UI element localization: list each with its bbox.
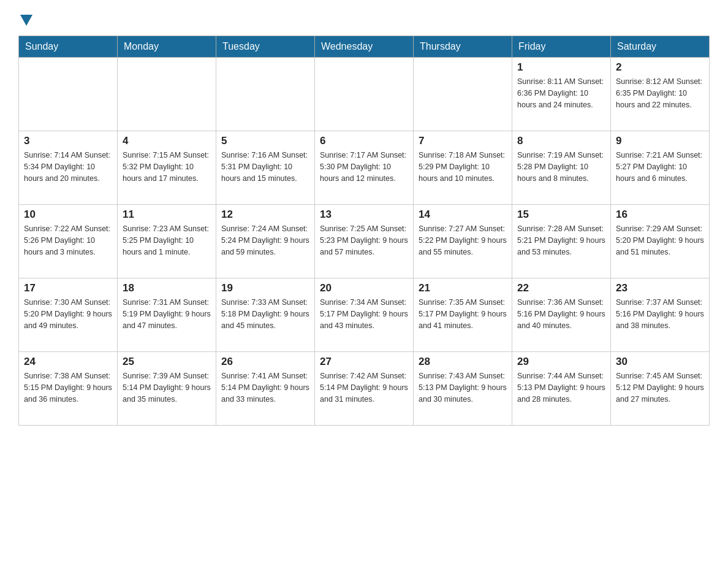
calendar-cell: 1Sunrise: 8:11 AM Sunset: 6:36 PM Daylig…: [512, 58, 611, 131]
day-number: 6: [320, 135, 408, 147]
day-number: 23: [616, 282, 704, 294]
day-info: Sunrise: 7:44 AM Sunset: 5:13 PM Dayligh…: [517, 370, 605, 405]
calendar-cell: 18Sunrise: 7:31 AM Sunset: 5:19 PM Dayli…: [118, 278, 216, 352]
calendar-cell: 7Sunrise: 7:18 AM Sunset: 5:29 PM Daylig…: [414, 131, 512, 205]
day-info: Sunrise: 7:15 AM Sunset: 5:32 PM Dayligh…: [123, 150, 211, 184]
day-number: 5: [221, 135, 309, 147]
day-number: 13: [320, 209, 408, 221]
calendar-cell: 22Sunrise: 7:36 AM Sunset: 5:16 PM Dayli…: [512, 278, 611, 352]
day-info: Sunrise: 7:23 AM Sunset: 5:25 PM Dayligh…: [123, 223, 211, 258]
day-info: Sunrise: 8:11 AM Sunset: 6:36 PM Dayligh…: [517, 76, 605, 110]
calendar-cell: 6Sunrise: 7:17 AM Sunset: 5:30 PM Daylig…: [315, 131, 414, 205]
calendar-cell: 29Sunrise: 7:44 AM Sunset: 5:13 PM Dayli…: [512, 352, 611, 426]
day-info: Sunrise: 7:25 AM Sunset: 5:23 PM Dayligh…: [320, 223, 408, 258]
day-info: Sunrise: 7:17 AM Sunset: 5:30 PM Dayligh…: [320, 150, 408, 184]
calendar-table: SundayMondayTuesdayWednesdayThursdayFrid…: [18, 36, 710, 426]
calendar-cell: 3Sunrise: 7:14 AM Sunset: 5:34 PM Daylig…: [19, 131, 118, 205]
logo: [18, 12, 32, 26]
calendar-cell: 4Sunrise: 7:15 AM Sunset: 5:32 PM Daylig…: [118, 131, 216, 205]
day-number: 28: [419, 356, 507, 368]
calendar-week-row: 24Sunrise: 7:38 AM Sunset: 5:15 PM Dayli…: [19, 352, 710, 426]
day-info: Sunrise: 7:43 AM Sunset: 5:13 PM Dayligh…: [419, 370, 507, 405]
calendar-cell: [19, 58, 118, 131]
calendar-cell: 12Sunrise: 7:24 AM Sunset: 5:24 PM Dayli…: [216, 205, 315, 278]
weekday-header-monday: Monday: [118, 36, 216, 58]
day-number: 21: [419, 282, 507, 294]
calendar-cell: 30Sunrise: 7:45 AM Sunset: 5:12 PM Dayli…: [611, 352, 710, 426]
weekday-header-thursday: Thursday: [414, 36, 512, 58]
day-number: 25: [123, 356, 211, 368]
day-info: Sunrise: 7:33 AM Sunset: 5:18 PM Dayligh…: [221, 297, 309, 331]
calendar-cell: 26Sunrise: 7:41 AM Sunset: 5:14 PM Dayli…: [216, 352, 315, 426]
calendar-cell: 21Sunrise: 7:35 AM Sunset: 5:17 PM Dayli…: [414, 278, 512, 352]
day-info: Sunrise: 7:18 AM Sunset: 5:29 PM Dayligh…: [419, 150, 507, 184]
weekday-header-wednesday: Wednesday: [315, 36, 414, 58]
day-number: 4: [123, 135, 211, 147]
calendar-cell: 17Sunrise: 7:30 AM Sunset: 5:20 PM Dayli…: [19, 278, 118, 352]
day-number: 7: [419, 135, 507, 147]
day-number: 20: [320, 282, 408, 294]
day-info: Sunrise: 7:19 AM Sunset: 5:28 PM Dayligh…: [517, 150, 605, 184]
day-number: 9: [616, 135, 704, 147]
calendar-week-row: 17Sunrise: 7:30 AM Sunset: 5:20 PM Dayli…: [19, 278, 710, 352]
day-info: Sunrise: 7:35 AM Sunset: 5:17 PM Dayligh…: [419, 297, 507, 331]
weekday-header-tuesday: Tuesday: [216, 36, 315, 58]
day-info: Sunrise: 7:39 AM Sunset: 5:14 PM Dayligh…: [123, 370, 211, 405]
day-number: 12: [221, 209, 309, 221]
day-number: 19: [221, 282, 309, 294]
day-number: 27: [320, 356, 408, 368]
day-info: Sunrise: 7:36 AM Sunset: 5:16 PM Dayligh…: [517, 297, 605, 331]
day-number: 3: [24, 135, 112, 147]
day-info: Sunrise: 7:27 AM Sunset: 5:22 PM Dayligh…: [419, 223, 507, 258]
calendar-cell: 14Sunrise: 7:27 AM Sunset: 5:22 PM Dayli…: [414, 205, 512, 278]
calendar-cell: 25Sunrise: 7:39 AM Sunset: 5:14 PM Dayli…: [118, 352, 216, 426]
day-number: 29: [517, 356, 605, 368]
day-info: Sunrise: 7:28 AM Sunset: 5:21 PM Dayligh…: [517, 223, 605, 258]
day-info: Sunrise: 7:42 AM Sunset: 5:14 PM Dayligh…: [320, 370, 408, 405]
day-number: 26: [221, 356, 309, 368]
calendar-week-row: 1Sunrise: 8:11 AM Sunset: 6:36 PM Daylig…: [19, 58, 710, 131]
day-info: Sunrise: 8:12 AM Sunset: 6:35 PM Dayligh…: [616, 76, 704, 110]
day-number: 14: [419, 209, 507, 221]
calendar-cell: 16Sunrise: 7:29 AM Sunset: 5:20 PM Dayli…: [611, 205, 710, 278]
weekday-header-saturday: Saturday: [611, 36, 710, 58]
day-number: 30: [616, 356, 704, 368]
page-header: [18, 12, 710, 26]
calendar-cell: 5Sunrise: 7:16 AM Sunset: 5:31 PM Daylig…: [216, 131, 315, 205]
day-number: 16: [616, 209, 704, 221]
calendar-cell: [216, 58, 315, 131]
day-number: 22: [517, 282, 605, 294]
weekday-header-row: SundayMondayTuesdayWednesdayThursdayFrid…: [19, 36, 710, 58]
calendar-cell: [118, 58, 216, 131]
day-info: Sunrise: 7:30 AM Sunset: 5:20 PM Dayligh…: [24, 297, 112, 331]
day-number: 24: [24, 356, 112, 368]
weekday-header-sunday: Sunday: [19, 36, 118, 58]
day-info: Sunrise: 7:24 AM Sunset: 5:24 PM Dayligh…: [221, 223, 309, 258]
calendar-cell: 28Sunrise: 7:43 AM Sunset: 5:13 PM Dayli…: [414, 352, 512, 426]
calendar-cell: 24Sunrise: 7:38 AM Sunset: 5:15 PM Dayli…: [19, 352, 118, 426]
day-number: 1: [517, 61, 605, 74]
day-number: 8: [517, 135, 605, 147]
calendar-week-row: 3Sunrise: 7:14 AM Sunset: 5:34 PM Daylig…: [19, 131, 710, 205]
calendar-cell: 13Sunrise: 7:25 AM Sunset: 5:23 PM Dayli…: [315, 205, 414, 278]
day-number: 17: [24, 282, 112, 294]
weekday-header-friday: Friday: [512, 36, 611, 58]
logo-triangle-icon: [20, 15, 32, 26]
calendar-cell: 8Sunrise: 7:19 AM Sunset: 5:28 PM Daylig…: [512, 131, 611, 205]
calendar-cell: 19Sunrise: 7:33 AM Sunset: 5:18 PM Dayli…: [216, 278, 315, 352]
day-number: 18: [123, 282, 211, 294]
day-number: 11: [123, 209, 211, 221]
calendar-cell: 23Sunrise: 7:37 AM Sunset: 5:16 PM Dayli…: [611, 278, 710, 352]
day-info: Sunrise: 7:45 AM Sunset: 5:12 PM Dayligh…: [616, 370, 704, 405]
calendar-cell: 2Sunrise: 8:12 AM Sunset: 6:35 PM Daylig…: [611, 58, 710, 131]
day-info: Sunrise: 7:22 AM Sunset: 5:26 PM Dayligh…: [24, 223, 112, 258]
calendar-cell: 9Sunrise: 7:21 AM Sunset: 5:27 PM Daylig…: [611, 131, 710, 205]
day-info: Sunrise: 7:34 AM Sunset: 5:17 PM Dayligh…: [320, 297, 408, 331]
day-info: Sunrise: 7:38 AM Sunset: 5:15 PM Dayligh…: [24, 370, 112, 405]
day-info: Sunrise: 7:37 AM Sunset: 5:16 PM Dayligh…: [616, 297, 704, 331]
day-info: Sunrise: 7:31 AM Sunset: 5:19 PM Dayligh…: [123, 297, 211, 331]
calendar-cell: 20Sunrise: 7:34 AM Sunset: 5:17 PM Dayli…: [315, 278, 414, 352]
calendar-cell: 11Sunrise: 7:23 AM Sunset: 5:25 PM Dayli…: [118, 205, 216, 278]
day-number: 2: [616, 61, 704, 74]
calendar-week-row: 10Sunrise: 7:22 AM Sunset: 5:26 PM Dayli…: [19, 205, 710, 278]
